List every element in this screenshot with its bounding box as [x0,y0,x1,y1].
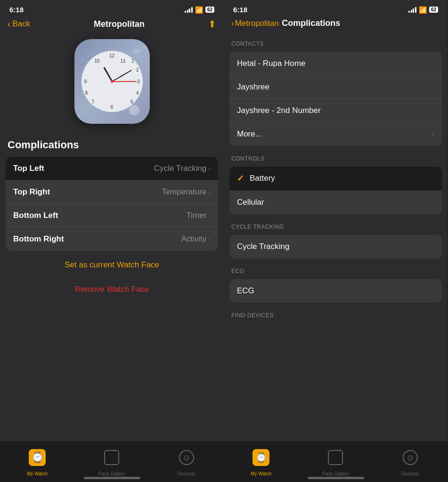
right-phone-panel: 6:18 📶 62 ‹ Metropolitan Complications C… [224,0,448,482]
face-gallery-shape-right [328,450,343,465]
ecg-item[interactable]: ECG [229,279,442,303]
watch-icon: ⌚ [29,449,46,466]
cycle-tracking-section-header: CYCLE TRACKING [224,216,448,233]
contact-item-1[interactable]: Jayshree [229,75,442,99]
my-watch-tab-icon: ⌚ [25,446,49,469]
back-chevron-icon: ‹ [8,19,10,29]
complication-top-right-value: Temperature › [162,187,211,197]
share-icon[interactable]: ⬆ [208,18,216,30]
clock-num-2: 2 [136,67,139,72]
chevron-icon-0: › [208,165,211,172]
tab-my-watch-right[interactable]: ⌚ My Watch [224,446,298,476]
signal-icon-right [408,7,416,13]
complication-top-right-label: Top Right [13,187,50,197]
contacts-section-header: CONTACTS [224,33,448,50]
home-indicator-left [84,477,140,479]
watch-face-image: 22° 12 3 6 9 1 11 10 2 4 5 7 8 [74,39,150,124]
contact-label-0: Hetal - Rupa Home [237,59,434,68]
face-gallery-icon-right [324,446,347,469]
discover-shape-right: ⊙ [403,450,418,465]
back-button-left[interactable]: ‹ Back [8,19,30,29]
nav-breadcrumb-right: ‹ Metropolitan Complications [224,16,448,33]
contact-item-more[interactable]: More... › [229,122,442,146]
clock-num-3: 3 [137,79,140,84]
tab-my-watch-left[interactable]: ⌚ My Watch [0,446,74,476]
complication-top-right[interactable]: Top Right Temperature › [6,180,218,204]
complication-bottom-right-label: Bottom Right [13,234,64,244]
nav-title-left: Metropolitan [30,19,208,29]
contact-item-0[interactable]: Hetal - Rupa Home [229,52,442,75]
watch-bottom-badge [129,105,139,115]
status-bar-right: 6:18 📶 62 [224,0,448,16]
complications-list: Top Left Cycle Tracking › Top Right Temp… [6,157,218,251]
clock-num-8: 8 [85,90,88,96]
clock-hand-hour [103,67,113,82]
signal-icon [185,7,193,13]
clock-center-dot [111,80,114,83]
contact-label-1: Jayshree [237,82,434,92]
clock-face: 12 3 6 9 1 11 10 2 4 5 7 8 [81,51,143,112]
face-gallery-icon [104,450,119,465]
time-right: 6:18 [233,6,247,14]
breadcrumb-back-button[interactable]: ‹ Metropolitan [231,19,279,28]
tab-face-gallery-right[interactable]: Face Gallery [298,446,373,476]
controls-section-header: CONTROLS [224,148,448,165]
clock-num-7: 7 [92,99,95,104]
watch-face-container: 22° 12 3 6 9 1 11 10 2 4 5 7 8 [0,34,224,133]
clock-num-10: 10 [95,58,100,64]
complication-top-left-label: Top Left [13,164,44,173]
ecg-label: ECG [237,286,434,296]
status-icons-left: 📶 62 [185,6,214,14]
signal-bar-4 [191,7,193,13]
complication-top-left[interactable]: Top Left Cycle Tracking › [6,157,218,180]
controls-list: ✓ Battery Cellular [229,167,442,214]
ecg-section-header: ECG [224,260,448,277]
complication-bottom-left[interactable]: Bottom Left Timer › [6,204,218,227]
battery-label: Battery [250,174,434,183]
tab-discover-left[interactable]: ⊙ Discover [149,446,224,476]
tab-face-gallery-left[interactable]: Face Gallery [74,446,149,476]
battery-item[interactable]: ✓ Battery [229,167,442,191]
complication-top-left-value: Cycle Tracking › [154,164,211,173]
contact-label-more: More... [237,129,432,139]
set-watch-face-button[interactable]: Set as current Watch Face [0,253,224,277]
clock-num-1: 1 [131,58,134,64]
home-indicator-right [308,477,364,479]
left-phone-panel: 6:18 📶 62 ‹ Back Metropolitan ⬆ 22° [0,0,224,482]
nav-bar-left: ‹ Back Metropolitan ⬆ [0,16,224,34]
back-label-left: Back [12,19,30,29]
my-watch-tab-icon-right: ⌚ [249,446,273,469]
complications-title: Complications [0,133,224,155]
signal-bar-1 [185,11,186,13]
watch-icon-right: ⌚ [253,449,269,466]
tab-discover-right[interactable]: ⊙ Discover [373,446,448,476]
check-icon: ✓ [237,173,244,184]
clock-num-11: 11 [120,58,125,64]
chevron-icon-2: › [208,212,211,219]
clock-num-5: 5 [130,99,133,104]
complication-bottom-right[interactable]: Bottom Right Activity › [6,227,218,251]
clock-num-6: 6 [111,104,114,110]
complication-bottom-left-value: Timer › [187,211,211,220]
contact-label-2: Jayshree - 2nd Number [237,106,434,115]
face-gallery-label-left: Face Gallery [98,471,125,476]
clock-num-4: 4 [136,90,139,96]
remove-watch-face-button[interactable]: Remove Watch Face [0,277,224,302]
cellular-label: Cellular [237,198,434,207]
signal-bar-2 [187,10,188,13]
clock-num-12: 12 [109,53,114,58]
chevron-icon-3: › [208,235,211,243]
discover-label-left: Discover [177,471,195,476]
cellular-item[interactable]: Cellular [229,191,442,214]
breadcrumb-back-label: Metropolitan [235,19,279,28]
discover-icon-right: ⊙ [399,446,422,469]
discover-icon: ⊙ [179,450,194,465]
more-chevron-icon: › [432,130,434,138]
status-bar-left: 6:18 📶 62 [0,0,224,16]
ecg-list: ECG [229,279,442,303]
discover-label-right: Discover [401,471,419,476]
face-gallery-label-right: Face Gallery [322,471,349,476]
contact-item-2[interactable]: Jayshree - 2nd Number [229,99,442,122]
cycle-tracking-list: Cycle Tracking [229,235,442,258]
cycle-tracking-item[interactable]: Cycle Tracking [229,235,442,258]
